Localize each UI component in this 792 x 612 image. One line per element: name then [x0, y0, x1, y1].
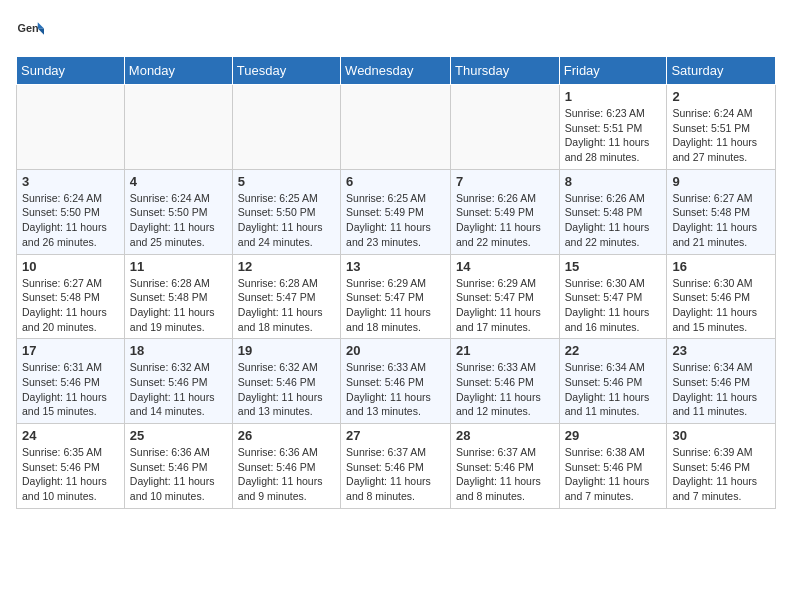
day-info: Sunrise: 6:34 AMSunset: 5:46 PMDaylight:…	[565, 360, 662, 419]
day-info: Sunrise: 6:27 AMSunset: 5:48 PMDaylight:…	[672, 191, 770, 250]
day-number: 29	[565, 428, 662, 443]
day-info: Sunrise: 6:23 AMSunset: 5:51 PMDaylight:…	[565, 106, 662, 165]
calendar-cell: 25Sunrise: 6:36 AMSunset: 5:46 PMDayligh…	[124, 424, 232, 509]
calendar-cell	[451, 85, 560, 170]
calendar-cell	[124, 85, 232, 170]
calendar-cell: 14Sunrise: 6:29 AMSunset: 5:47 PMDayligh…	[451, 254, 560, 339]
day-info: Sunrise: 6:24 AMSunset: 5:50 PMDaylight:…	[130, 191, 227, 250]
day-info: Sunrise: 6:26 AMSunset: 5:48 PMDaylight:…	[565, 191, 662, 250]
calendar-cell: 22Sunrise: 6:34 AMSunset: 5:46 PMDayligh…	[559, 339, 667, 424]
calendar-cell: 13Sunrise: 6:29 AMSunset: 5:47 PMDayligh…	[341, 254, 451, 339]
calendar-table: SundayMondayTuesdayWednesdayThursdayFrid…	[16, 56, 776, 509]
calendar-header-saturday: Saturday	[667, 57, 776, 85]
day-info: Sunrise: 6:28 AMSunset: 5:48 PMDaylight:…	[130, 276, 227, 335]
calendar-cell: 10Sunrise: 6:27 AMSunset: 5:48 PMDayligh…	[17, 254, 125, 339]
day-info: Sunrise: 6:36 AMSunset: 5:46 PMDaylight:…	[130, 445, 227, 504]
day-number: 27	[346, 428, 445, 443]
calendar-cell: 29Sunrise: 6:38 AMSunset: 5:46 PMDayligh…	[559, 424, 667, 509]
calendar-cell: 23Sunrise: 6:34 AMSunset: 5:46 PMDayligh…	[667, 339, 776, 424]
calendar-cell: 11Sunrise: 6:28 AMSunset: 5:48 PMDayligh…	[124, 254, 232, 339]
calendar-cell: 12Sunrise: 6:28 AMSunset: 5:47 PMDayligh…	[232, 254, 340, 339]
calendar-cell: 15Sunrise: 6:30 AMSunset: 5:47 PMDayligh…	[559, 254, 667, 339]
calendar-cell: 8Sunrise: 6:26 AMSunset: 5:48 PMDaylight…	[559, 169, 667, 254]
calendar-header-friday: Friday	[559, 57, 667, 85]
calendar-cell: 30Sunrise: 6:39 AMSunset: 5:46 PMDayligh…	[667, 424, 776, 509]
calendar-header-thursday: Thursday	[451, 57, 560, 85]
day-number: 13	[346, 259, 445, 274]
calendar-cell: 5Sunrise: 6:25 AMSunset: 5:50 PMDaylight…	[232, 169, 340, 254]
day-number: 15	[565, 259, 662, 274]
calendar-week-row: 10Sunrise: 6:27 AMSunset: 5:48 PMDayligh…	[17, 254, 776, 339]
calendar-cell: 3Sunrise: 6:24 AMSunset: 5:50 PMDaylight…	[17, 169, 125, 254]
day-info: Sunrise: 6:32 AMSunset: 5:46 PMDaylight:…	[130, 360, 227, 419]
day-number: 23	[672, 343, 770, 358]
calendar-cell: 20Sunrise: 6:33 AMSunset: 5:46 PMDayligh…	[341, 339, 451, 424]
day-number: 25	[130, 428, 227, 443]
calendar-cell: 9Sunrise: 6:27 AMSunset: 5:48 PMDaylight…	[667, 169, 776, 254]
calendar-cell: 28Sunrise: 6:37 AMSunset: 5:46 PMDayligh…	[451, 424, 560, 509]
day-number: 9	[672, 174, 770, 189]
day-info: Sunrise: 6:28 AMSunset: 5:47 PMDaylight:…	[238, 276, 335, 335]
day-info: Sunrise: 6:31 AMSunset: 5:46 PMDaylight:…	[22, 360, 119, 419]
day-info: Sunrise: 6:27 AMSunset: 5:48 PMDaylight:…	[22, 276, 119, 335]
calendar-cell	[232, 85, 340, 170]
calendar-header-sunday: Sunday	[17, 57, 125, 85]
day-number: 21	[456, 343, 554, 358]
day-info: Sunrise: 6:32 AMSunset: 5:46 PMDaylight:…	[238, 360, 335, 419]
calendar-cell: 7Sunrise: 6:26 AMSunset: 5:49 PMDaylight…	[451, 169, 560, 254]
day-number: 12	[238, 259, 335, 274]
calendar-header-wednesday: Wednesday	[341, 57, 451, 85]
day-number: 10	[22, 259, 119, 274]
day-number: 20	[346, 343, 445, 358]
calendar-header-tuesday: Tuesday	[232, 57, 340, 85]
day-number: 24	[22, 428, 119, 443]
calendar-week-row: 17Sunrise: 6:31 AMSunset: 5:46 PMDayligh…	[17, 339, 776, 424]
day-info: Sunrise: 6:38 AMSunset: 5:46 PMDaylight:…	[565, 445, 662, 504]
calendar-week-row: 1Sunrise: 6:23 AMSunset: 5:51 PMDaylight…	[17, 85, 776, 170]
day-number: 18	[130, 343, 227, 358]
day-number: 14	[456, 259, 554, 274]
calendar-cell: 1Sunrise: 6:23 AMSunset: 5:51 PMDaylight…	[559, 85, 667, 170]
calendar-header-row: SundayMondayTuesdayWednesdayThursdayFrid…	[17, 57, 776, 85]
day-info: Sunrise: 6:39 AMSunset: 5:46 PMDaylight:…	[672, 445, 770, 504]
day-info: Sunrise: 6:35 AMSunset: 5:46 PMDaylight:…	[22, 445, 119, 504]
day-info: Sunrise: 6:29 AMSunset: 5:47 PMDaylight:…	[346, 276, 445, 335]
day-number: 17	[22, 343, 119, 358]
logo: Gen	[16, 16, 48, 44]
day-number: 11	[130, 259, 227, 274]
calendar-cell: 16Sunrise: 6:30 AMSunset: 5:46 PMDayligh…	[667, 254, 776, 339]
calendar-cell: 2Sunrise: 6:24 AMSunset: 5:51 PMDaylight…	[667, 85, 776, 170]
day-info: Sunrise: 6:29 AMSunset: 5:47 PMDaylight:…	[456, 276, 554, 335]
calendar-cell: 19Sunrise: 6:32 AMSunset: 5:46 PMDayligh…	[232, 339, 340, 424]
day-info: Sunrise: 6:25 AMSunset: 5:49 PMDaylight:…	[346, 191, 445, 250]
calendar-cell	[341, 85, 451, 170]
day-number: 4	[130, 174, 227, 189]
day-info: Sunrise: 6:30 AMSunset: 5:46 PMDaylight:…	[672, 276, 770, 335]
svg-text:Gen: Gen	[18, 22, 39, 34]
day-number: 16	[672, 259, 770, 274]
day-number: 8	[565, 174, 662, 189]
calendar-cell: 24Sunrise: 6:35 AMSunset: 5:46 PMDayligh…	[17, 424, 125, 509]
day-number: 26	[238, 428, 335, 443]
calendar-cell: 27Sunrise: 6:37 AMSunset: 5:46 PMDayligh…	[341, 424, 451, 509]
calendar-week-row: 3Sunrise: 6:24 AMSunset: 5:50 PMDaylight…	[17, 169, 776, 254]
day-info: Sunrise: 6:37 AMSunset: 5:46 PMDaylight:…	[346, 445, 445, 504]
day-info: Sunrise: 6:24 AMSunset: 5:51 PMDaylight:…	[672, 106, 770, 165]
day-info: Sunrise: 6:33 AMSunset: 5:46 PMDaylight:…	[346, 360, 445, 419]
day-number: 3	[22, 174, 119, 189]
day-number: 30	[672, 428, 770, 443]
logo-icon: Gen	[16, 16, 44, 44]
day-number: 7	[456, 174, 554, 189]
day-info: Sunrise: 6:30 AMSunset: 5:47 PMDaylight:…	[565, 276, 662, 335]
calendar-cell: 21Sunrise: 6:33 AMSunset: 5:46 PMDayligh…	[451, 339, 560, 424]
day-info: Sunrise: 6:34 AMSunset: 5:46 PMDaylight:…	[672, 360, 770, 419]
day-number: 5	[238, 174, 335, 189]
day-info: Sunrise: 6:36 AMSunset: 5:46 PMDaylight:…	[238, 445, 335, 504]
page-header: Gen	[16, 16, 776, 44]
calendar-cell: 6Sunrise: 6:25 AMSunset: 5:49 PMDaylight…	[341, 169, 451, 254]
calendar-cell: 17Sunrise: 6:31 AMSunset: 5:46 PMDayligh…	[17, 339, 125, 424]
day-info: Sunrise: 6:33 AMSunset: 5:46 PMDaylight:…	[456, 360, 554, 419]
day-number: 1	[565, 89, 662, 104]
day-number: 6	[346, 174, 445, 189]
day-number: 22	[565, 343, 662, 358]
